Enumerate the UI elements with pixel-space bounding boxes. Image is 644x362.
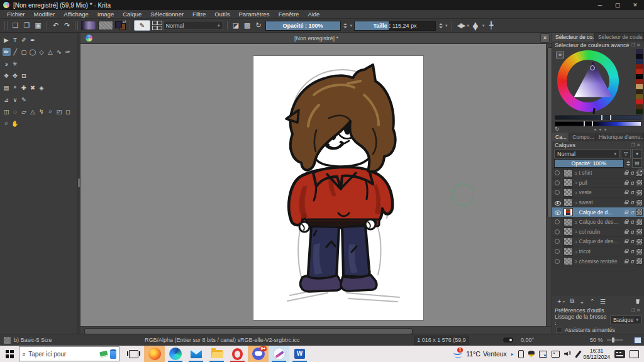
snap-icon[interactable]: ╄	[487, 21, 496, 30]
visibility-hidden-icon[interactable]	[555, 219, 562, 224]
new-document-icon[interactable]: ❏	[11, 21, 20, 30]
tab-undo-history[interactable]: Historique d'annu...	[596, 133, 644, 141]
layer-view-options-icon[interactable]: ▤	[632, 158, 642, 168]
opacity-spinner[interactable]	[343, 23, 348, 28]
assistants-tool[interactable]: ∨	[11, 96, 19, 104]
layer-blend-mode-dropdown[interactable]: Normal ▾	[554, 150, 619, 158]
taskbar-mail[interactable]	[186, 346, 206, 362]
smart-patch-tool[interactable]: ✖	[29, 84, 37, 92]
canvas-rotation[interactable]: 0,00°	[521, 337, 534, 343]
color-bar-2[interactable]	[555, 121, 641, 126]
taskbar-firefox[interactable]	[144, 346, 165, 362]
display-icon[interactable]	[539, 351, 547, 358]
menu-fenetre[interactable]: Fenêtre	[274, 10, 304, 18]
inherit-alpha-icon[interactable]	[636, 228, 643, 235]
layer-row[interactable]: ↄtricotα	[552, 247, 644, 257]
redo-icon[interactable]: ↷	[62, 21, 72, 30]
alpha-lock-icon[interactable]: α	[631, 229, 634, 235]
layer-list-scroll-up[interactable]: ▲	[638, 168, 644, 174]
taskbar-search[interactable]: ⌕ Taper ici pour	[19, 346, 119, 361]
polyline-tool[interactable]: △	[47, 48, 55, 56]
gradient-tool[interactable]: ▤	[3, 84, 11, 92]
brush-preset-label[interactable]: b) Basic-5 Size	[14, 337, 52, 343]
color-selector-settings-icon[interactable]: ☰	[556, 52, 564, 58]
menu-parametres[interactable]: Paramètres	[235, 10, 274, 18]
patch-tool[interactable]: ✚	[20, 84, 28, 92]
multibrush-tool[interactable]: ✳	[11, 60, 19, 68]
alpha-lock-icon[interactable]: α	[631, 170, 634, 176]
menu-outils[interactable]: Outils	[210, 10, 234, 18]
visibility-hidden-icon[interactable]	[555, 259, 562, 264]
color-bar-1[interactable]	[555, 115, 641, 120]
layer-opacity-slider[interactable]: Opacité: 100%	[554, 159, 624, 168]
freehand-select-tool[interactable]: △	[29, 107, 37, 116]
measure-tool[interactable]: ⊿	[3, 96, 11, 104]
tab-layers[interactable]: Ca...	[552, 133, 569, 141]
document-tab-title[interactable]: [Non enregistré] *	[92, 35, 540, 41]
layer-row[interactable]: ↄCalque de des...α	[552, 237, 644, 247]
mirror-vertical-icon[interactable]: ◀▶	[471, 21, 480, 30]
zoom-level[interactable]: 50 %	[590, 337, 603, 343]
history-swatch[interactable]	[636, 69, 643, 74]
dynamic-brush-tool[interactable]: ϶	[3, 60, 11, 68]
lock-icon[interactable]	[625, 190, 629, 195]
reload-preset-icon[interactable]: ↻	[254, 21, 264, 30]
touch-keyboard-icon[interactable]	[614, 350, 625, 358]
alpha-lock-icon[interactable]: α	[631, 238, 634, 244]
menu-calque[interactable]: Calque	[118, 10, 146, 18]
bezier-select-tool[interactable]: ◰	[55, 107, 64, 116]
tab-color-selector[interactable]: Sélecteur de co...	[552, 33, 595, 41]
canvas-viewport[interactable]	[80, 44, 552, 327]
contiguous-select-tool[interactable]: ◻	[64, 107, 72, 116]
open-document-icon[interactable]: ❐	[22, 21, 31, 30]
ellipse-select-tool[interactable]: ◌	[11, 107, 19, 116]
pan-tool[interactable]: ✋	[11, 119, 19, 128]
toolbar-grip[interactable]	[4, 21, 8, 30]
lock-icon[interactable]	[625, 210, 629, 215]
size-spinner[interactable]	[438, 23, 443, 28]
float-docker-icon[interactable]: ❐	[631, 143, 636, 147]
history-swatch[interactable]	[636, 54, 643, 59]
layer-row[interactable]: ↄsweatα	[552, 198, 644, 208]
alpha-lock-icon[interactable]: α	[631, 219, 634, 225]
calligraphy-tool[interactable]: ✒	[29, 36, 37, 44]
menu-aide[interactable]: Aide	[303, 10, 324, 18]
color-sampler-tool[interactable]: ⌖	[11, 84, 19, 92]
zoom-tool[interactable]: ⌕	[3, 119, 11, 128]
smoothing-dropdown[interactable]: Basique ▾	[610, 315, 641, 324]
history-swatch[interactable]	[636, 89, 643, 94]
visibility-hidden-icon[interactable]	[555, 249, 562, 254]
layer-filter-icon[interactable]: ▽	[621, 149, 631, 158]
delete-layer-button[interactable]	[635, 299, 640, 304]
layer-row[interactable]: ↄt shirtα	[552, 168, 644, 178]
weather-widget[interactable]: 1 11°C Venteux	[451, 350, 507, 358]
history-swatch[interactable]	[636, 64, 643, 69]
zoom-slider[interactable]	[607, 339, 623, 341]
text-tool[interactable]: T	[11, 36, 19, 44]
opacity-dropdown-icon[interactable]: ▾	[350, 23, 353, 28]
mirror-vertical-options-icon[interactable]: ▾	[482, 23, 485, 28]
similar-select-tool[interactable]: ⌕	[47, 107, 55, 116]
taskbar-edge[interactable]	[165, 346, 186, 362]
lock-icon[interactable]	[625, 180, 629, 185]
crop-tool[interactable]: ⊡	[20, 72, 28, 80]
assistants-checkbox[interactable]	[556, 327, 562, 333]
layer-row[interactable]: ↄCalque de des...α	[552, 217, 644, 228]
inherit-alpha-icon[interactable]	[636, 209, 643, 216]
hidden-icons-chevron[interactable]: ▸	[511, 351, 514, 357]
layer-row[interactable]: ↄvesteα	[552, 188, 644, 198]
lock-icon[interactable]	[625, 249, 629, 254]
lock-icon[interactable]	[625, 170, 629, 175]
alpha-lock-icon[interactable]: α	[631, 248, 634, 255]
tab-compositions[interactable]: Compo...	[569, 133, 596, 141]
visibility-hidden-icon[interactable]	[555, 180, 562, 185]
visibility-eye-icon[interactable]	[555, 201, 562, 204]
layer-row[interactable]: ↄcol roulinα	[552, 228, 644, 238]
volume-icon[interactable]	[564, 351, 573, 357]
move-layer-down-button[interactable]: ⌄	[579, 298, 584, 305]
lock-icon[interactable]	[625, 200, 629, 205]
taskbar-krita[interactable]	[269, 346, 289, 362]
alpha-lock-icon[interactable]: α	[631, 258, 634, 265]
polygon-tool[interactable]: ◇	[38, 48, 46, 56]
action-center-icon[interactable]	[630, 350, 639, 358]
